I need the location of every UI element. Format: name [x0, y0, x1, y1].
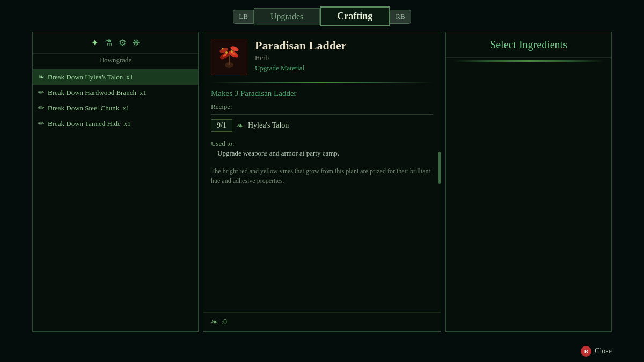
svg-point-10 [231, 50, 233, 53]
list-item[interactable]: ✏ Break Down Tanned Hide x1 [33, 116, 198, 131]
svg-point-9 [225, 51, 228, 54]
list-item[interactable]: ✏ Break Down Hardwood Branch x1 [33, 85, 198, 100]
item-header: Paradisan Ladder Herb Upgrade Material [203, 32, 441, 82]
filter-icons: ✦ ⚗ ⚙ ❋ [33, 32, 198, 54]
filter-icon-1[interactable]: ✦ [91, 38, 98, 48]
item-qty-2: x1 [122, 104, 129, 113]
item-icon-2: ✏ [38, 104, 45, 113]
select-ingredients-header: Select Ingredients [446, 32, 611, 58]
footer-value: :0 [221, 318, 227, 327]
item-name: Paradisan Ladder [255, 39, 433, 53]
ingredient-name: Hylea's Talon [248, 121, 289, 130]
item-type: Herb [255, 54, 433, 62]
makes-label: Makes 3 Paradisan Ladder [211, 89, 433, 98]
item-label-0: Break Down Hylea's Talon [48, 73, 123, 82]
middle-content: Makes 3 Paradisan Ladder Recipe: 9/1 ❧ H… [203, 83, 441, 312]
b-button: B [581, 346, 591, 357]
item-icon-1: ✏ [38, 88, 45, 97]
recipe-section-label: Recipe: [211, 102, 433, 111]
item-qty-0: x1 [126, 73, 133, 82]
close-label: Close [595, 347, 612, 356]
used-to-section: Used to: Upgrade weapons and armor at pa… [211, 139, 433, 158]
top-navigation: LB Upgrades Crafting RB [0, 0, 644, 32]
item-label-3: Break Down Tanned Hide [48, 120, 121, 128]
footer-icon: ❧ [211, 317, 218, 327]
item-icon-3: ✏ [38, 119, 45, 128]
right-panel: Select Ingredients [445, 32, 612, 332]
item-label-1: Break Down Hardwood Branch [48, 88, 136, 97]
recipe-list: ❧ Break Down Hylea's Talon x1 ✏ Break Do… [33, 67, 198, 134]
item-icon-0: ❧ [38, 72, 45, 82]
recipe-divider [211, 114, 433, 115]
ingredient-qty: 9/1 [211, 119, 232, 132]
rb-button[interactable]: RB [390, 10, 411, 24]
downgrade-label: Downgrade [33, 54, 198, 67]
item-tag: Upgrade Material [255, 64, 433, 72]
item-info: Paradisan Ladder Herb Upgrade Material [255, 39, 433, 72]
filter-icon-4[interactable]: ❋ [133, 38, 140, 48]
list-item[interactable]: ❧ Break Down Hylea's Talon x1 [33, 69, 198, 85]
ingredient-icon: ❧ [237, 121, 244, 131]
right-panel-scrollbar [453, 60, 604, 62]
tab-crafting[interactable]: Crafting [320, 6, 390, 26]
left-panel: ✦ ⚗ ⚙ ❋ Downgrade ❧ Break Down Hylea's T… [32, 32, 199, 332]
used-to-text: Upgrade weapons and armor at party camp. [211, 149, 433, 158]
filter-icon-2[interactable]: ⚗ [105, 38, 112, 48]
bottom-bar: B Close [581, 346, 612, 357]
item-qty-3: x1 [124, 120, 131, 128]
item-qty-1: x1 [140, 88, 147, 97]
tab-upgrades[interactable]: Upgrades [254, 8, 320, 25]
list-item[interactable]: ✏ Break Down Steel Chunk x1 [33, 100, 198, 116]
lb-button[interactable]: LB [233, 10, 254, 24]
filter-icon-3[interactable]: ⚙ [119, 38, 126, 48]
used-to-label: Used to: [211, 139, 433, 148]
item-description: The bright red and yellow vines that gro… [211, 166, 433, 186]
scroll-indicator [438, 152, 441, 184]
main-layout: ✦ ⚗ ⚙ ❋ Downgrade ❧ Break Down Hylea's T… [0, 32, 644, 332]
item-label-2: Break Down Steel Chunk [48, 104, 119, 113]
item-image [211, 39, 247, 75]
svg-point-11 [222, 48, 224, 50]
ingredient-row: 9/1 ❧ Hylea's Talon [211, 119, 433, 132]
middle-footer: ❧ :0 [203, 312, 441, 331]
middle-panel: Paradisan Ladder Herb Upgrade Material M… [203, 32, 441, 332]
